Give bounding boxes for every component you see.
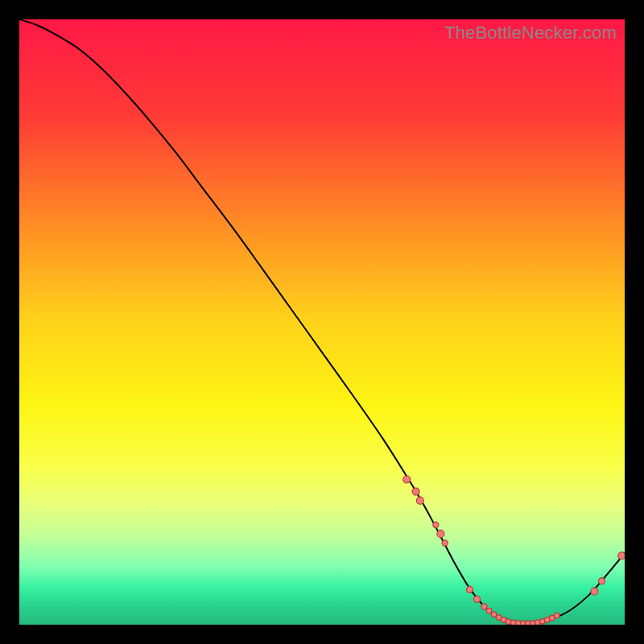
plot-area: TheBottleNecker.com (19, 19, 625, 625)
watermark-text: TheBottleNecker.com (444, 23, 617, 43)
chart-canvas (19, 19, 625, 625)
chart-stage: TheBottleNecker.com (0, 0, 644, 644)
